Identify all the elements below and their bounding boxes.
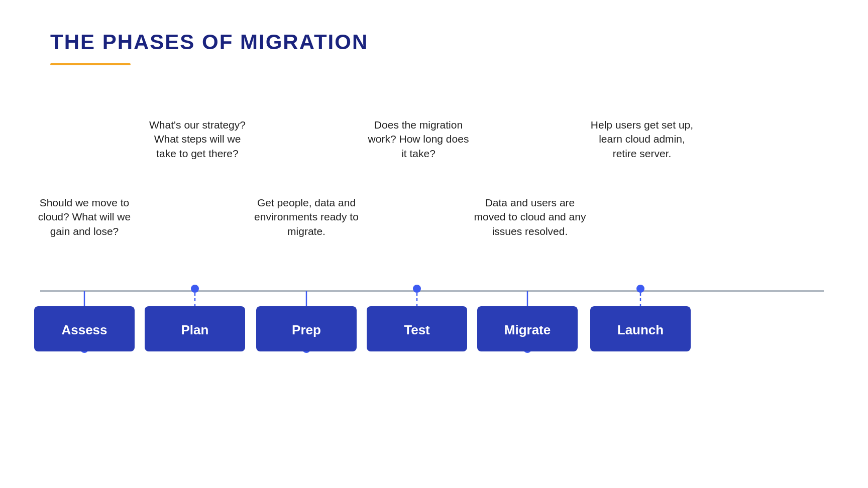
title-underline bbox=[50, 63, 131, 65]
launch-label: Launch bbox=[617, 322, 664, 337]
test-label: Test bbox=[404, 322, 430, 337]
migrate-description-fo: Data and users are moved to cloud and an… bbox=[472, 196, 588, 296]
launch-description: Help users get set up, learn cloud admin… bbox=[587, 118, 697, 161]
plan-dot bbox=[191, 285, 199, 293]
test-dot bbox=[413, 285, 421, 293]
test-description: Does the migration work? How long does i… bbox=[366, 118, 471, 161]
assess-description: Should we move to cloud? What will we ga… bbox=[29, 196, 140, 238]
page-title: THE PHASES OF MIGRATION bbox=[50, 30, 818, 54]
prep-description-fo: Get people, data and environments ready … bbox=[251, 196, 362, 281]
page: THE PHASES OF MIGRATION Should we move t… bbox=[0, 0, 868, 488]
migrate-description: Data and users are moved to cloud and an… bbox=[472, 196, 588, 238]
plan-description-fo: What's our strategy? What steps will we … bbox=[145, 118, 250, 218]
test-description-fo: Does the migration work? How long does i… bbox=[366, 118, 471, 218]
plan-description: What's our strategy? What steps will we … bbox=[145, 118, 250, 161]
plan-label: Plan bbox=[181, 322, 209, 337]
prep-description: Get people, data and environments ready … bbox=[251, 196, 362, 238]
timeline-diagram: Should we move to cloud? What will we ga… bbox=[0, 90, 868, 382]
migrate-label: Migrate bbox=[504, 322, 551, 337]
assess-label: Assess bbox=[61, 322, 107, 337]
assess-description-fo: Should we move to cloud? What will we ga… bbox=[29, 196, 140, 286]
launch-dot bbox=[636, 285, 644, 293]
prep-label: Prep bbox=[292, 322, 321, 337]
launch-description-fo: Help users get set up, learn cloud admin… bbox=[587, 118, 697, 228]
